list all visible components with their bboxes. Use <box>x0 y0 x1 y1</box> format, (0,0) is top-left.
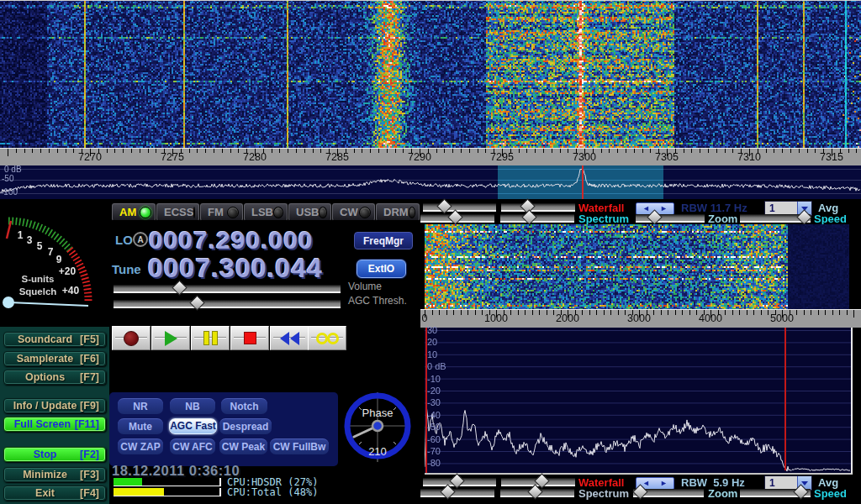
s-meter-graphic <box>0 199 109 327</box>
despread-button[interactable]: Despread <box>219 418 272 434</box>
squelch-knob <box>3 297 14 308</box>
notch-button[interactable]: Notch <box>221 398 267 414</box>
volume-slider[interactable] <box>114 285 341 293</box>
waterfall2-contrast-slider[interactable] <box>501 478 575 486</box>
play-button[interactable] <box>151 326 190 350</box>
arrow-right-icon[interactable]: ► <box>660 205 668 213</box>
mode-led <box>409 207 415 218</box>
agc-fast-button[interactable]: AGC Fast <box>169 418 217 434</box>
s-meter-tick-label: +20 <box>59 265 76 277</box>
stop-playback-button[interactable] <box>230 326 269 350</box>
db-tick-label: -60 <box>427 434 441 444</box>
speed-slider[interactable] <box>740 214 811 223</box>
extio-button[interactable]: ExtIO <box>357 260 406 278</box>
rf-scale-tick-label: 7285 <box>325 151 349 163</box>
rewind-icon <box>280 332 289 345</box>
speed2-slider[interactable] <box>740 489 811 497</box>
soundcard-button[interactable]: Soundcard[F5] <box>3 332 106 347</box>
arrow-left-icon[interactable]: ◄ <box>642 205 650 213</box>
cw-fullbw-button[interactable]: CW FullBw <box>270 438 329 454</box>
options-button[interactable]: Options[F7] <box>3 370 106 385</box>
db-tick-label: 30 <box>427 325 437 335</box>
mode-led <box>227 207 239 218</box>
phase-label: Phase <box>362 407 394 419</box>
slider-thumb[interactable] <box>440 484 455 499</box>
db-tick-label: 10 <box>427 349 437 360</box>
lo-mode-badge[interactable]: A <box>133 232 148 247</box>
cpu-total-bar <box>114 488 221 496</box>
info-update-button[interactable]: Info / Update[F9] <box>3 398 106 413</box>
main-waterfall-display[interactable] <box>0 0 861 148</box>
mode-button-fm[interactable]: FM <box>200 203 243 221</box>
rf-scale-tick-label: 7280 <box>243 151 267 163</box>
slider-thumb[interactable] <box>521 209 536 224</box>
nb-button[interactable]: NB <box>170 398 215 414</box>
samplerate-button[interactable]: Samplerate[F6] <box>3 351 106 366</box>
rf-scale-tick-label: 7290 <box>408 151 431 163</box>
stop-button[interactable]: Stop[F2] <box>3 447 106 462</box>
speed-label: Speed <box>814 487 847 500</box>
arrow-right-icon[interactable]: ► <box>660 480 668 487</box>
cw-afc-button[interactable]: CW AFC <box>170 438 215 454</box>
slider-thumb[interactable] <box>436 198 452 213</box>
cw-zap-button[interactable]: CW ZAP <box>118 438 163 454</box>
lo-frequency-display[interactable]: 0007.290.000 <box>149 226 314 255</box>
freq-mgr-button[interactable]: FreqMgr <box>354 232 413 249</box>
audio-waterfall-display[interactable] <box>425 224 849 309</box>
waterfall-brightness-slider[interactable] <box>423 203 496 212</box>
nr-button[interactable]: NR <box>118 398 163 414</box>
cpu-hdsdr-bar <box>114 478 221 486</box>
arrow-left-icon[interactable]: ◄ <box>642 480 650 487</box>
s-units-label: S-units <box>22 274 55 284</box>
slider-thumb[interactable] <box>449 473 464 488</box>
agc-thresh-slider-thumb[interactable] <box>189 295 204 310</box>
spectrum2-gain-slider[interactable] <box>420 489 494 497</box>
s-meter-tick-label: 5 <box>37 240 43 252</box>
spectrum-range-slider[interactable] <box>500 214 574 223</box>
overview-spectrum-display[interactable] <box>0 165 861 199</box>
rf-scale-tick-label: 7315 <box>820 151 843 163</box>
zoom-slider[interactable] <box>636 214 705 223</box>
agc-thresh-slider[interactable] <box>114 300 341 308</box>
mode-button-lsb[interactable]: LSB <box>244 203 288 221</box>
zoom-label: Zoom <box>708 487 737 500</box>
tune-frequency-display[interactable]: 0007.300.044 <box>148 253 323 284</box>
loop-button[interactable] <box>308 326 346 350</box>
waterfall-contrast-slider[interactable] <box>501 203 575 212</box>
minimize-button[interactable]: Minimize[F3] <box>3 467 106 482</box>
mode-button-drm[interactable]: DRM <box>376 203 420 221</box>
db-tick-label: 20 <box>427 337 437 347</box>
mode-button-cw[interactable]: CW <box>332 203 375 221</box>
squelch-needle <box>9 302 88 306</box>
phase-dial[interactable]: Phase 210 <box>342 389 415 465</box>
db-tick-label: -30 <box>427 397 441 407</box>
record-button[interactable] <box>112 326 151 350</box>
spectrum2-range-slider[interactable] <box>500 489 574 497</box>
agc-thresh-label: AGC Thresh. <box>348 295 407 307</box>
s-meter-tick-label: 1 <box>18 229 24 241</box>
squelch-label[interactable]: Squelch <box>19 286 57 297</box>
loop-icon <box>316 333 328 344</box>
cpu-hdsdr-bar-fill <box>114 478 142 486</box>
cpu-total-text: CPU:Total (48%) <box>227 486 318 498</box>
zoom2-slider[interactable] <box>633 489 704 497</box>
mode-button-usb[interactable]: USB <box>288 203 331 221</box>
full-screen-button[interactable]: Full Screen[F11] <box>3 417 106 432</box>
mode-button-am[interactable]: AM <box>112 203 156 221</box>
rf-scale-tick-label: 7310 <box>737 151 761 163</box>
mute-button[interactable]: Mute <box>118 418 163 434</box>
s-meter: 1 3 5 7 9 +20 +40 S-units Squelch <box>0 199 109 327</box>
slider-thumb[interactable] <box>447 209 462 224</box>
spectrum-label: Spectrum <box>578 487 629 500</box>
phase-value: 210 <box>368 445 387 458</box>
audio-spectrum-display[interactable] <box>425 328 851 473</box>
pause-button[interactable] <box>191 326 230 350</box>
rf-scale-tick-label: 7270 <box>78 151 102 163</box>
cw-peak-button[interactable]: CW Peak <box>219 438 267 454</box>
rf-scale-tick-label: 7295 <box>490 151 514 163</box>
rewind-button[interactable] <box>270 326 309 350</box>
mode-button-ecss[interactable]: ECSS <box>156 203 199 221</box>
exit-button[interactable]: Exit[F4] <box>3 486 106 501</box>
waterfall2-brightness-slider[interactable] <box>423 478 496 486</box>
spectrum-gain-slider[interactable] <box>420 214 494 223</box>
